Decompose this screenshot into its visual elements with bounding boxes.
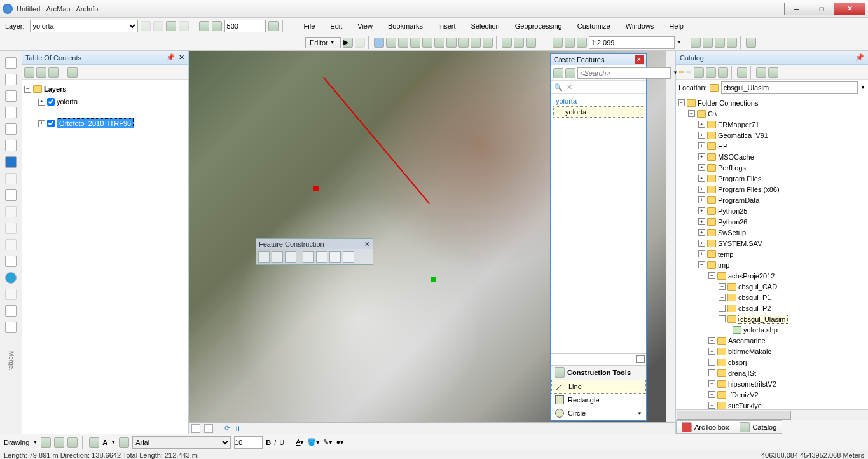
tool-line[interactable]: ／Line xyxy=(551,380,646,394)
catalog-folder[interactable]: +ERMapper71 xyxy=(678,119,866,130)
pause-icon[interactable]: ⏸ xyxy=(234,425,241,432)
tool-icon[interactable] xyxy=(5,223,17,234)
tool-icon[interactable] xyxy=(446,38,457,48)
filter-icon[interactable] xyxy=(553,68,563,78)
template-item[interactable]: — yolorta xyxy=(553,106,644,118)
catalog-folder[interactable]: +SYSTEM.SAV xyxy=(678,238,866,249)
catalog-folder[interactable]: +temp xyxy=(678,249,866,259)
tool-icon[interactable] xyxy=(715,38,725,48)
menu-view[interactable]: View xyxy=(351,20,379,32)
tool-icon[interactable] xyxy=(727,38,737,48)
forward-icon[interactable] xyxy=(5,173,17,184)
calc-icon[interactable] xyxy=(565,38,575,48)
catalog-folder[interactable]: +Program Files (x86) xyxy=(678,184,866,195)
feature-construction-toolbar[interactable]: Feature Construction✕ xyxy=(256,238,373,265)
layer-select[interactable]: yolorta xyxy=(30,20,138,32)
fc-tool-icon[interactable] xyxy=(303,251,314,263)
tool-icon[interactable] xyxy=(577,38,587,48)
layout-view-icon[interactable] xyxy=(204,424,213,433)
tool-icon[interactable] xyxy=(526,38,536,48)
catalog-folder[interactable]: +sucTurkiye xyxy=(678,400,866,409)
tool-icon[interactable] xyxy=(502,38,512,48)
bold-button[interactable]: B xyxy=(266,439,271,446)
globe-icon[interactable] xyxy=(5,107,17,118)
catalog-folder[interactable]: +SwSetup xyxy=(678,227,866,238)
filter-icon[interactable] xyxy=(565,68,575,78)
location-input[interactable] xyxy=(721,81,858,94)
catalog-folder[interactable]: +Aseamarine xyxy=(678,335,866,346)
pin-icon[interactable]: 📌 xyxy=(855,53,864,62)
fc-tool-icon[interactable] xyxy=(329,251,341,263)
tool-icon[interactable] xyxy=(434,38,444,48)
scale-numeric-input[interactable] xyxy=(224,20,266,32)
zoom-in-icon[interactable] xyxy=(5,57,17,69)
map-canvas[interactable]: Feature Construction✕ Create Features✕ ▼ xyxy=(189,51,675,434)
tool-icon[interactable] xyxy=(5,239,17,250)
tool-icon[interactable] xyxy=(199,21,209,31)
tool-icon[interactable] xyxy=(5,289,17,300)
marker-color-icon[interactable]: ●▾ xyxy=(336,438,344,446)
menu-windows[interactable]: Windows xyxy=(619,20,661,32)
catalog-folder[interactable]: +Geomatica_V91 xyxy=(678,130,866,140)
tool-icon[interactable] xyxy=(386,38,396,48)
close-panel-icon[interactable]: ✕ xyxy=(179,53,184,62)
tool-icon[interactable] xyxy=(398,38,408,48)
layer-visibility-checkbox[interactable] xyxy=(47,120,55,127)
list-by-drawing-icon[interactable] xyxy=(24,67,34,78)
catalog-tree[interactable]: −Folder Connections −C:\ +ERMapper71+Geo… xyxy=(676,95,868,409)
catalog-folder[interactable]: +HP xyxy=(678,140,866,151)
maximize-button[interactable]: □ xyxy=(809,3,834,15)
rect-icon[interactable] xyxy=(89,437,99,448)
pan-icon[interactable] xyxy=(5,90,17,102)
tool-icon[interactable] xyxy=(483,38,493,48)
refresh-icon[interactable]: ⟳ xyxy=(224,424,230,432)
toc-tree[interactable]: − Layers + yolorta + Ortofoto_2010_ITRF9… xyxy=(22,80,188,434)
menu-help[interactable]: Help xyxy=(663,20,690,32)
font-size-input[interactable] xyxy=(234,436,263,449)
tool-icon[interactable] xyxy=(691,38,701,48)
menu-edit[interactable]: Edit xyxy=(324,20,348,32)
list-by-visibility-icon[interactable] xyxy=(48,67,59,78)
select-icon[interactable] xyxy=(5,189,17,201)
fc-tool-icon[interactable] xyxy=(258,251,270,263)
identify-icon[interactable] xyxy=(5,272,17,284)
pointer-icon[interactable] xyxy=(5,256,17,267)
close-icon[interactable]: ✕ xyxy=(635,55,644,64)
tool-icon[interactable] xyxy=(179,21,189,31)
tool-icon[interactable] xyxy=(718,67,728,78)
find-icon[interactable] xyxy=(5,322,17,333)
fc-tool-icon[interactable] xyxy=(285,251,296,263)
tool-icon[interactable] xyxy=(212,21,222,31)
fc-tool-icon[interactable] xyxy=(272,251,283,263)
map-scale-input[interactable] xyxy=(589,36,675,49)
pointer-icon[interactable] xyxy=(41,437,51,448)
tab-arctoolbox[interactable]: ArcToolbox xyxy=(676,420,734,434)
menu-bookmarks[interactable]: Bookmarks xyxy=(382,20,429,32)
italic-button[interactable]: I xyxy=(274,439,276,446)
editor-dropdown[interactable]: Editor▼ xyxy=(305,37,341,48)
line-tool-icon[interactable] xyxy=(374,38,384,48)
catalog-folder[interactable]: +PerfLogs xyxy=(678,162,866,173)
list-by-source-icon[interactable] xyxy=(36,67,46,78)
font-select[interactable]: Arial xyxy=(132,436,231,449)
back-icon[interactable]: ⇦ xyxy=(679,68,684,76)
catalog-h-scrollbar[interactable] xyxy=(676,409,868,420)
catalog-folder[interactable]: +MSOCache xyxy=(678,151,866,162)
tool-icon[interactable] xyxy=(166,21,176,31)
catalog-folder[interactable]: +IfDenizV2 xyxy=(678,389,866,400)
tool-icon[interactable] xyxy=(768,67,778,78)
clear-icon[interactable]: ✕ xyxy=(567,83,572,92)
fullextent-icon[interactable] xyxy=(5,140,17,151)
measure-icon[interactable] xyxy=(5,305,17,317)
catalog-folder[interactable]: +hipsometriIstV2 xyxy=(678,378,866,389)
back-icon[interactable] xyxy=(5,156,17,168)
zoom-out-icon[interactable] xyxy=(5,74,17,85)
tool-icon[interactable] xyxy=(458,38,469,48)
layer-visibility-checkbox[interactable] xyxy=(47,98,55,106)
forward-icon[interactable]: ⇨ xyxy=(686,68,692,76)
tool-icon[interactable] xyxy=(422,38,432,48)
tool-icon[interactable] xyxy=(410,38,420,48)
data-view-icon[interactable] xyxy=(191,424,200,433)
catalog-folder[interactable]: +Python25 xyxy=(678,205,866,216)
minimize-button[interactable]: ─ xyxy=(784,3,809,15)
